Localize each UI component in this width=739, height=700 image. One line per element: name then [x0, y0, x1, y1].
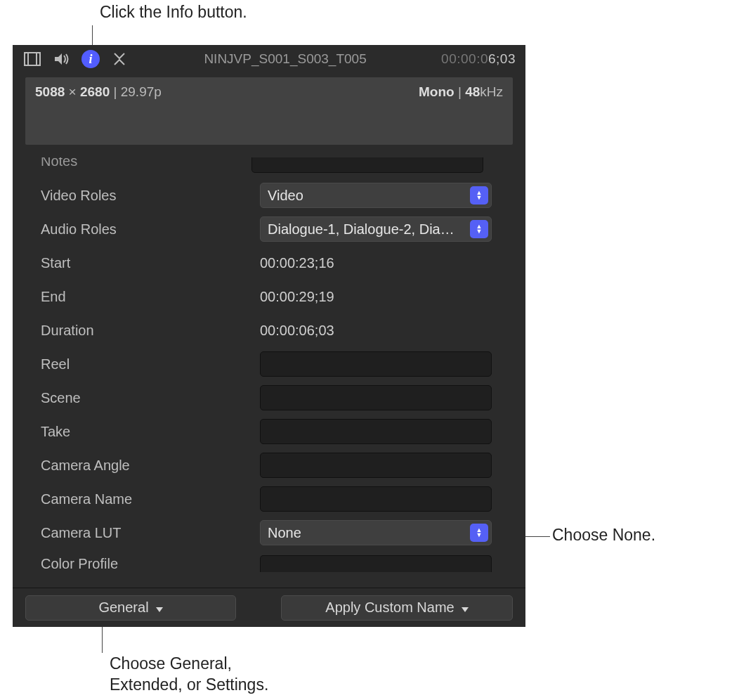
video-format-label: 5088 × 2680 | 29.97p [35, 84, 162, 138]
take-label: Take [41, 424, 251, 440]
row-color-profile: Color Profile [24, 550, 510, 578]
row-video-roles: Video Roles Video ▲▼ [24, 179, 510, 212]
svg-rect-2 [37, 53, 40, 65]
callout-bottom: Choose General, Extended, or Settings. [110, 654, 268, 696]
end-label: End [41, 289, 251, 305]
row-scene: Scene [24, 381, 510, 415]
inspector-bottom-bar: General Apply Custom Name [13, 588, 525, 627]
metadata-view-menu[interactable]: General [25, 595, 236, 621]
camera-lut-select[interactable]: None ▲▼ [260, 520, 492, 545]
callout-bottom-line1: Choose General, [110, 654, 232, 673]
audio-rate: 48 [465, 84, 480, 99]
reel-label: Reel [41, 356, 251, 372]
notes-input[interactable] [251, 157, 483, 173]
chevron-down-icon [153, 599, 163, 616]
inspector-panel: i NINJVP_S001_S003_T005 00:00:06;03 5088… [13, 45, 525, 627]
take-input[interactable] [260, 419, 492, 444]
start-value[interactable]: 00:00:23;16 [260, 255, 334, 271]
row-camera-lut: Camera LUT None ▲▼ [24, 516, 510, 550]
notes-label: Notes [41, 157, 251, 169]
camera-name-label: Camera Name [41, 491, 251, 507]
format-height: 2680 [80, 84, 110, 99]
camera-lut-label: Camera LUT [41, 525, 251, 541]
clip-name-label: NINJVP_S001_S003_T005 [139, 51, 431, 67]
timecode-dim: 00:00:0 [441, 51, 488, 66]
reel-input[interactable] [260, 351, 492, 377]
audio-roles-label: Audio Roles [41, 221, 251, 238]
scrollbar-thumb[interactable] [511, 249, 518, 389]
callout-bottom-line2: Extended, or Settings. [110, 675, 268, 694]
frame-rate: 29.97p [121, 84, 162, 99]
audio-tab-icon[interactable] [52, 49, 72, 69]
svg-rect-0 [25, 53, 40, 65]
clip-duration-timecode: 00:00:06;03 [441, 51, 516, 67]
inspector-topbar: i NINJVP_S001_S003_T005 00:00:06;03 [13, 45, 525, 73]
row-audio-roles: Audio Roles Dialogue-1, Dialogue-2, Dia…… [24, 212, 510, 246]
callout-right: Choose None. [552, 526, 655, 545]
chevron-down-icon [459, 599, 469, 616]
camera-name-input[interactable] [260, 486, 492, 512]
camera-lut-value: None [268, 525, 301, 541]
info-tab-button[interactable]: i [81, 50, 100, 68]
scene-input[interactable] [260, 385, 492, 410]
audio-format-label: Mono | 48kHz [419, 84, 503, 138]
svg-rect-1 [25, 53, 28, 65]
format-width: 5088 [35, 84, 65, 99]
color-profile-input[interactable] [260, 555, 492, 572]
end-value[interactable]: 00:00:29;19 [260, 289, 334, 305]
start-label: Start [41, 255, 251, 271]
duration-label: Duration [41, 323, 251, 339]
duration-value[interactable]: 00:00:06;03 [260, 323, 334, 339]
metadata-view-label: General [98, 599, 148, 616]
row-start: Start 00:00:23;16 [24, 246, 510, 280]
callout-bottom-leader [102, 626, 103, 653]
video-tab-icon[interactable] [22, 49, 42, 69]
apply-custom-name-label: Apply Custom Name [325, 599, 454, 616]
callout-top: Click the Info button. [100, 3, 247, 22]
scrollbar-track[interactable] [510, 157, 520, 588]
apply-custom-name-menu[interactable]: Apply Custom Name [281, 595, 513, 621]
chevron-updown-icon: ▲▼ [470, 220, 488, 238]
audio-channels: Mono [419, 84, 454, 99]
row-duration: Duration 00:00:06;03 [24, 313, 510, 347]
audio-roles-value: Dialogue-1, Dialogue-2, Dia… [268, 221, 454, 238]
timecode-highlight: 6;03 [488, 51, 516, 66]
metadata-form: Notes Video Roles Video ▲▼ Audio Roles D… [24, 157, 520, 588]
video-roles-label: Video Roles [41, 188, 251, 204]
format-summary: 5088 × 2680 | 29.97p Mono | 48kHz [25, 77, 513, 145]
row-camera-name: Camera Name [24, 482, 510, 516]
scene-label: Scene [41, 390, 251, 406]
color-profile-label: Color Profile [41, 556, 251, 572]
chevron-updown-icon: ▲▼ [470, 524, 488, 542]
video-roles-select[interactable]: Video ▲▼ [260, 183, 492, 208]
camera-angle-label: Camera Angle [41, 458, 251, 474]
row-reel: Reel [24, 347, 510, 381]
row-take: Take [24, 415, 510, 448]
row-end: End 00:00:29;19 [24, 280, 510, 313]
camera-angle-input[interactable] [260, 453, 492, 478]
video-roles-value: Video [268, 188, 303, 204]
audio-roles-select[interactable]: Dialogue-1, Dialogue-2, Dia… ▲▼ [260, 216, 492, 242]
row-camera-angle: Camera Angle [24, 448, 510, 482]
chevron-updown-icon: ▲▼ [470, 186, 488, 205]
row-notes: Notes [24, 157, 510, 179]
share-tab-icon[interactable] [110, 49, 129, 69]
